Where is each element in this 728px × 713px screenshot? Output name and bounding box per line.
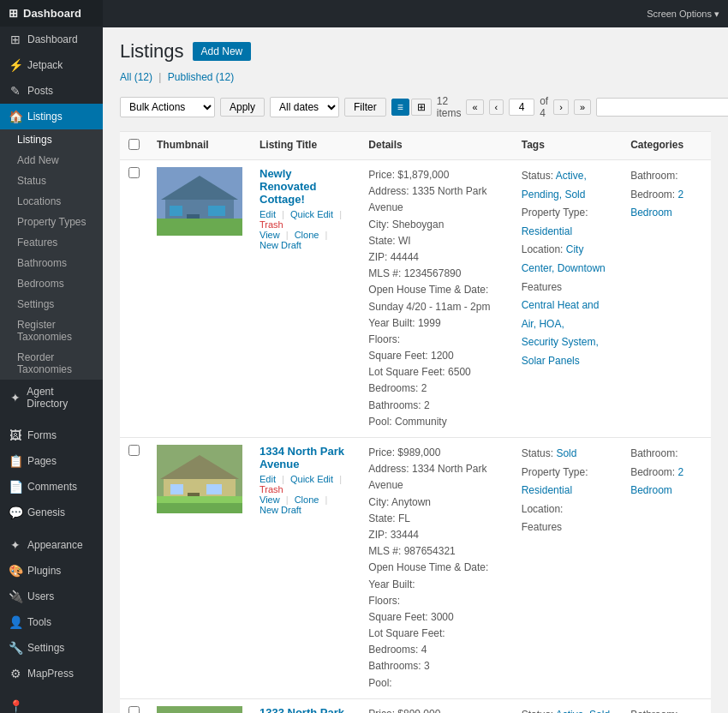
clone-link-1[interactable]: Clone [295,230,319,240]
tags-cell-2: Status: Sold Property Type: Residential … [513,438,622,699]
sidebar-item-genesis[interactable]: ✦ Appearance [0,532,103,558]
sidebar-item-appearance[interactable]: 🎨 Plugins [0,558,103,584]
details-cell-3: Price: $899,000 Address: City: Scottsdal… [360,698,512,713]
tags-cell-1: Status: Active, Pending, Sold Property T… [513,160,622,438]
screen-options-button[interactable]: Screen Options ▾ [647,9,719,20]
page-input[interactable] [509,99,534,116]
details-cell-2: Price: $989,000 Address: 1334 North Park… [360,438,512,699]
bathroom-cat-2: Bathroom: [630,445,702,464]
bathroom-cat-3: Bathroom: [630,706,702,713]
sidebar-submenu-register-tax[interactable]: Register Taxonomies [0,315,103,347]
genesis-icon: ✦ [9,538,22,552]
new-draft-link-2[interactable]: New Draft [260,505,301,515]
row-checkbox-3[interactable] [128,706,140,713]
tags-header: Tags [513,132,622,160]
sidebar-submenu-add-new[interactable]: Add New [0,150,103,171]
sidebar-item-forms[interactable]: 📋 Pages [0,448,103,474]
svg-rect-15 [157,706,242,713]
status-tag-2: Status: Sold [522,445,613,464]
sidebar-submenu-reorder-tax[interactable]: Reorder Taxonomies [0,347,103,380]
sidebar-item-agent-directory[interactable]: ✦ Agent Directory [0,380,103,416]
clone-link-2[interactable]: Clone [295,494,319,505]
sidebar-item-settings[interactable]: ⚙ MapPress [0,661,103,686]
view-grid-button[interactable]: ⊞ [411,99,432,116]
filter-button[interactable]: Filter [344,98,386,117]
posts-icon: ✎ [9,84,22,98]
plugins-icon: 🔌 [9,590,22,603]
sidebar-item-mappress[interactable]: 📍 [0,693,103,713]
listing-title-link-1[interactable]: Newly Renovated Cottage! [260,167,351,206]
trash-link-1[interactable]: Trash [260,219,283,230]
svg-rect-11 [206,484,222,494]
listing-title-link-2[interactable]: 1334 North Park Avenue [260,445,351,470]
apply-button-top[interactable]: Apply [220,98,265,117]
view-list-button[interactable]: ≡ [391,99,409,116]
sidebar-submenu-bathrooms[interactable]: Bathrooms [0,253,103,273]
last-page-button[interactable]: » [574,99,591,115]
add-new-button[interactable]: Add New [193,42,252,61]
sidebar-logo[interactable]: ⊞ Dashboard [0,0,103,27]
details-text-2: Price: $989,000 Address: 1334 North Park… [368,445,504,692]
agent-directory-icon: ✦ [9,391,21,404]
date-select[interactable]: All dates [270,97,339,117]
sidebar-submenu-settings[interactable]: Settings [0,294,103,315]
sidebar-submenu-property-types[interactable]: Property Types [0,212,103,232]
trash-link-2[interactable]: Trash [260,484,283,494]
sidebar-item-media[interactable]: 🖼 Forms [0,422,103,448]
first-page-button[interactable]: « [466,99,483,115]
sidebar: ⊞ Dashboard ⊞ Dashboard ⚡ Jetpack ✎ Post… [0,0,103,713]
listings-table: Thumbnail Listing Title Details Tags Cat… [120,131,711,713]
view-link-1[interactable]: View [260,230,280,240]
sidebar-item-jetpack[interactable]: ⚡ Jetpack [0,52,103,78]
sidebar-item-users[interactable]: 👤 Tools [0,609,103,635]
published-link[interactable]: Published (12) [168,71,234,83]
new-draft-link-1[interactable]: New Draft [260,240,301,250]
row-checkbox-2[interactable] [128,445,140,456]
sidebar-item-tools[interactable]: 🔧 Settings [0,635,103,661]
sidebar-item-comments[interactable]: 💬 Genesis [0,500,103,525]
all-link[interactable]: All (12) [120,71,152,83]
features-tag-1: Central Heat and Air, HOA,Security Syste… [522,297,613,370]
bulk-actions-select[interactable]: Bulk Actions Edit Move to Trash [120,97,215,117]
edit-link-1[interactable]: Edit [260,209,276,219]
sidebar-submenu-listings[interactable]: Listings [0,129,103,150]
quick-edit-link-2[interactable]: Quick Edit [290,474,333,484]
row-checkbox-cell [120,160,148,438]
sidebar-item-plugins[interactable]: 🔌 Users [0,584,103,609]
house-svg-1 [157,167,242,236]
dashboard-nav-icon: ⊞ [9,33,22,46]
next-page-button[interactable]: › [553,99,569,115]
title-cell-1: Newly Renovated Cottage! Edit | Quick Ed… [251,160,360,438]
row-checkbox-cell [120,698,148,713]
sidebar-item-listings[interactable]: 🏠 Listings [0,104,103,129]
edit-link-2[interactable]: Edit [260,474,276,484]
bathroom-cat-1: Bathroom: [630,167,702,186]
sidebar-submenu-status[interactable]: Status [0,171,103,191]
search-input[interactable] [596,98,728,117]
forms-icon: 📋 [9,454,22,468]
sidebar-submenu-bedrooms[interactable]: Bedrooms [0,273,103,294]
row-checkbox[interactable] [128,167,140,178]
sidebar-submenu-locations[interactable]: Locations [0,191,103,212]
page-of: of 4 [540,95,548,119]
row-checkbox-cell [120,438,148,699]
house-svg-2 [157,445,242,513]
sidebar-item-posts[interactable]: ✎ Posts [0,78,103,104]
sidebar-submenu-features[interactable]: Features [0,232,103,253]
row-actions-2: Edit | Quick Edit | Trash View | Clone |… [260,474,351,515]
sidebar-item-pages[interactable]: 📄 Comments [0,474,103,500]
jetpack-icon: ⚡ [9,58,22,72]
prev-page-button[interactable]: ‹ [489,99,504,115]
thumbnail-cell [148,160,251,438]
title-cell-3: 1333 North Park Avenue Edit | Quick Edit… [251,698,360,713]
sidebar-item-dashboard[interactable]: ⊞ Dashboard [0,27,103,52]
bedroom-cat-2: Bedroom: 2 Bedroom [630,464,702,500]
thumbnail-image-1 [157,167,242,236]
view-link-2[interactable]: View [260,494,280,505]
listing-title-link-3[interactable]: 1333 North Park Avenue [260,706,351,713]
select-all-checkbox[interactable] [128,139,140,150]
thumbnail-image-2 [157,445,242,513]
quick-edit-link-1[interactable]: Quick Edit [290,209,333,219]
content-area: Listings Add New All (12) | Published (1… [103,27,728,713]
svg-rect-12 [170,484,183,494]
